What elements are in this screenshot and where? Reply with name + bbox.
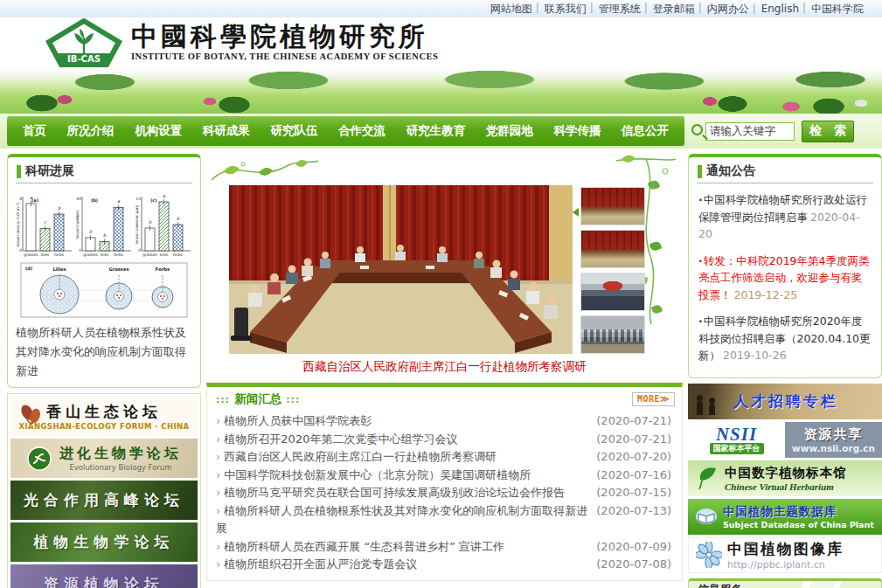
forum-evolution-subtitle: Evolutionary Biology Forum <box>69 463 171 472</box>
news-item[interactable]: 植物所科研人员在西藏开展 “生态科普进乡村” 宣讲工作(2020-07-09) <box>216 538 675 557</box>
notice-item[interactable]: 中国科学院植物研究所行政处运行保障管理岗位招聘启事2020-04-20 <box>698 191 872 243</box>
institute-logo-icon[interactable]: IB-CAS <box>45 18 122 67</box>
thumbnail-meeting-1[interactable] <box>580 187 645 225</box>
top-link-sitemap[interactable]: 网站地图 <box>484 2 538 17</box>
svg-text:b: b <box>177 216 180 221</box>
svg-text:4: 4 <box>19 197 22 201</box>
notices-box: 通知公告 中国科学院植物研究所行政处运行保障管理岗位招聘启事2020-04-20… <box>688 154 882 378</box>
nav-item-organization[interactable]: 机构设置 <box>135 123 182 139</box>
svg-text:Vessel density (10² m⁻²): Vessel density (10² m⁻²) <box>16 202 20 246</box>
news-item[interactable]: 植物所组织召开全面从严治党专题会议(2020-07-08) <box>216 556 675 574</box>
nsii-url: www.nsii.org.cn <box>792 443 875 453</box>
news-item[interactable]: 植物所召开2020年第二次党委中心组学习会议(2020-07-21) <box>216 431 675 449</box>
research-progress-box: 科研进展 (a <box>7 154 201 388</box>
news-item[interactable]: 植物所马克平研究员在联合国可持续发展高级别政治论坛边会作报告(2020-07-1… <box>216 484 675 502</box>
pinwheel-flower-icon <box>696 542 722 568</box>
svg-text:40: 40 <box>76 197 81 201</box>
svg-text:b: b <box>149 219 152 225</box>
notice-item-highlighted[interactable]: 转发：中科院2019年第4季度两类亮点工作筛选启动，欢迎参与有奖投票！2019-… <box>698 252 872 304</box>
research-progress-title: 科研进展 <box>25 163 74 179</box>
notice-item[interactable]: 中国科学院植物研究所2020年度科技岗位招聘启事（2020.04.10更新）20… <box>698 313 872 364</box>
news-more-button[interactable]: MORE≫ <box>632 392 675 406</box>
thumbnail-prev-arrow-icon[interactable] <box>573 208 579 217</box>
svg-text:15: 15 <box>135 197 141 201</box>
person-silhouette-icon <box>697 401 703 415</box>
news-summary-box: ::: 新闻汇总 ::: MORE≫ 植物所人员获中国科学院表彰(2020-07… <box>206 383 683 581</box>
nav-item-achievements[interactable]: 科研成果 <box>203 123 250 139</box>
banner-resource-plants-forum[interactable]: 资源植物论坛 <box>10 564 198 588</box>
top-link-intranet[interactable]: 内网办公 <box>701 2 755 17</box>
svg-text:0: 0 <box>79 248 81 252</box>
top-link-mail-login[interactable]: 登录邮箱 <box>647 2 701 17</box>
notices-header: 通知公告 <box>697 157 873 183</box>
news-item[interactable]: 中国科学院科技创新发展中心（北京分院）吴建国调研植物所(2020-07-16) <box>216 467 675 485</box>
news-item[interactable]: 西藏自治区人民政府副主席江白一行赴植物所考察调研(2020-07-20) <box>216 448 675 467</box>
svg-text:a: a <box>163 193 166 198</box>
banner-photosynthesis-forum[interactable]: 光合作用高峰论坛 <box>10 481 198 520</box>
nav-item-cooperation[interactable]: 合作交流 <box>338 123 385 139</box>
svg-text:grasses: grasses <box>142 252 157 257</box>
information-services-header: 信息服务 <box>688 578 882 588</box>
banner-plant-biology-forum[interactable]: 植物生物学论坛 <box>10 522 198 562</box>
deco-colons: ::: <box>216 394 230 405</box>
main-news-photo[interactable] <box>229 185 573 354</box>
banner-evolutionary-biology-forum[interactable]: 进化生物学论坛 Evolutionary Biology Forum <box>10 439 198 478</box>
nsii-logo: NSII <box>716 425 757 443</box>
svg-text:lilies: lilies <box>101 252 109 257</box>
news-item[interactable]: 植物所科研人员在植物根系性状及其对降水变化的响应机制方面取得新进展(2020-0… <box>216 502 675 538</box>
main-content: 科研进展 (a <box>0 149 882 588</box>
research-caption[interactable]: 植物所科研人员在植物根系性状及其对降水变化的响应机制方面取得新进 <box>8 321 200 387</box>
nav-item-graduate-education[interactable]: 研究生教育 <box>406 123 466 139</box>
ppbc-title: 中国植物图像库 <box>727 539 844 559</box>
featured-photo-caption[interactable]: 西藏自治区人民政府副主席江白一行赴植物所考察调研 <box>206 356 683 377</box>
top-link-contact[interactable]: 联系我们 <box>538 2 593 17</box>
svg-text:c: c <box>44 219 47 225</box>
top-link-admin-system[interactable]: 管理系统 <box>593 2 647 17</box>
banner-xiangshan-ecology-forum[interactable]: 香山生态论坛 XIANGSHAN-ECOLOGY FORUM · CHINA <box>10 397 198 436</box>
top-link-cas[interactable]: 中国科学院 <box>805 2 870 17</box>
ginkgo-leaf-icon <box>697 466 718 490</box>
site-title-chinese: 中國科學院植物研究所 <box>131 23 438 51</box>
svg-text:(b): (b) <box>91 197 98 203</box>
cvh-title: 中国数字植物标本馆 <box>725 465 847 481</box>
news-list: 植物所人员获中国科学院表彰(2020-07-21) 植物所召开2020年第二次党… <box>207 410 682 580</box>
nav-item-home[interactable]: 首页 <box>23 123 46 139</box>
svg-text:forbs: forbs <box>114 252 124 257</box>
banner-plant-subject-database[interactable]: 中国植物主题数据库 Subject Datadase of China Plan… <box>688 499 882 535</box>
center-column: 西藏自治区人民政府副主席江白一行赴植物所考察调研 ::: 新闻汇总 ::: MO… <box>206 154 683 588</box>
featured-photo-zone <box>206 154 683 356</box>
deco-colons: ::: <box>286 394 300 405</box>
banner-plant-photo-bank[interactable]: 中国植物图像库 http://ppbc.iplant.cn <box>688 537 882 573</box>
nsii-platform-label: 国家标本平台 <box>710 443 764 454</box>
sdcp-title: 中国植物主题数据库 <box>723 504 874 520</box>
notice-list: 中国科学院植物研究所行政处运行保障管理岗位招聘启事2020-04-20 转发：中… <box>689 183 881 377</box>
banner-nsii[interactable]: NSII 国家标本平台 资源共享 www.nsii.org.cn <box>688 422 882 458</box>
banner-virtual-herbarium[interactable]: 中国数字植物标本馆 Chinese Virtual Herbarium <box>688 460 882 496</box>
svg-text:grasses: grasses <box>24 252 38 257</box>
nav-item-party[interactable]: 党群园地 <box>486 123 533 139</box>
banner-talent-recruitment[interactable]: 人才招聘专栏 <box>688 384 882 419</box>
top-link-english[interactable]: English <box>755 3 805 15</box>
news-item[interactable]: 植物所人员获中国科学院表彰(2020-07-21) <box>216 412 675 431</box>
svg-text:0: 0 <box>19 248 22 252</box>
nav-item-info-disclosure[interactable]: 信息公开 <box>622 123 669 139</box>
main-nav: 首页 所况介绍 机构设置 科研成果 研究队伍 合作交流 研究生教育 党群园地 科… <box>7 116 684 146</box>
forum-xiangshan-title: 香山生态论坛 <box>46 402 162 422</box>
thumbnail-meeting-2[interactable] <box>580 230 645 268</box>
thumbnail-lecture-hall[interactable] <box>580 273 645 311</box>
svg-text:(c): (c) <box>150 197 157 203</box>
research-progress-header: 科研进展 <box>16 157 192 183</box>
search-input[interactable] <box>705 122 795 141</box>
nav-item-about[interactable]: 所况介绍 <box>67 123 115 139</box>
forum-plant-biology-title: 植物生物学论坛 <box>34 532 175 552</box>
nsii-share-label: 资源共享 <box>804 426 864 443</box>
photo-thumbnail-strip <box>580 187 647 358</box>
top-links-bar: 网站地图 联系我们 管理系统 登录邮箱 内网办公 English 中国科学院 <box>0 0 882 17</box>
ppbc-url: http://ppbc.iplant.cn <box>727 559 844 571</box>
nav-item-research-team[interactable]: 研究队伍 <box>270 123 317 139</box>
nav-item-science-communication[interactable]: 科学传播 <box>553 123 601 139</box>
research-figure[interactable]: (a) Vessel density (10² m⁻²) 4 0 a c b g… <box>14 188 194 321</box>
svg-text:lilies: lilies <box>160 252 169 257</box>
search-button[interactable]: 检 索 <box>802 121 854 142</box>
thumbnail-group-photo[interactable] <box>580 315 645 354</box>
